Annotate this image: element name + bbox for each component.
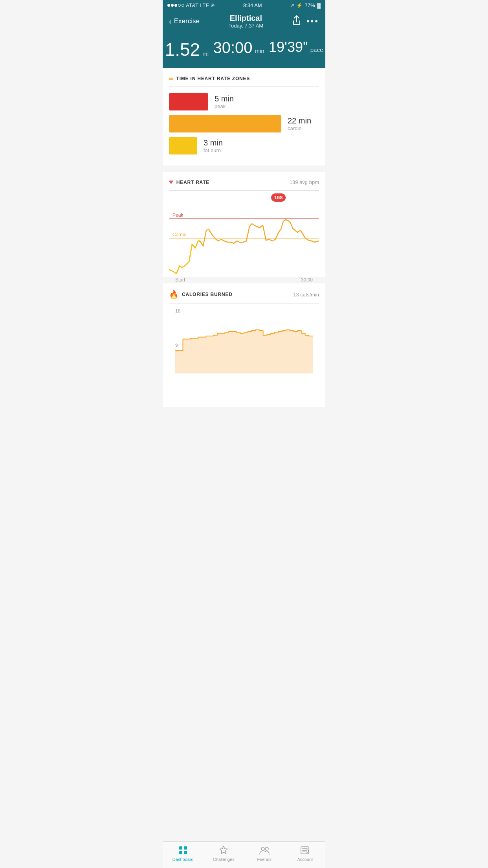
- signal-dot-1: [167, 4, 170, 7]
- cardio-line-label: Cardio: [172, 232, 187, 237]
- zone-fatburn-row: 3 min fat burn: [169, 137, 319, 154]
- signal-dots: [167, 4, 184, 7]
- status-bar: AT&T LTE ✳ 8:34 AM ↗ ⚡ 77% ▓: [163, 0, 325, 11]
- bluetooth-icon: ⚡: [296, 2, 303, 8]
- back-label: Exercise: [174, 17, 200, 25]
- cal-fill: [175, 330, 313, 373]
- hr-zones-title: TIME IN HEART RATE ZONES: [176, 76, 250, 81]
- battery-icon: ▓: [317, 2, 321, 8]
- zone-cardio-row: 22 min cardio: [169, 115, 319, 132]
- hr-zones-header: ≡ TIME IN HEART RATE ZONES: [169, 74, 319, 87]
- nav-center: Elliptical Today, 7:37 AM: [229, 14, 264, 29]
- pace-number: 19'39": [269, 39, 308, 55]
- zone-fatburn-bar: [169, 137, 197, 154]
- duration-value: 30:00 min: [213, 39, 264, 57]
- zone-cardio-bar: [169, 115, 281, 132]
- pace-unit: pace: [310, 46, 323, 53]
- duration-number: 30:00: [213, 39, 252, 57]
- location-icon: ↗: [290, 2, 294, 8]
- distance-value: 1.52 mi: [165, 39, 209, 60]
- stats-bar: 1.52 mi 30:00 min 19'39" pace: [163, 33, 325, 68]
- calories-title: CALORIES BURNED: [182, 292, 233, 297]
- back-chevron-icon: ‹: [169, 17, 172, 26]
- chart-end-label: 30:00: [301, 277, 313, 283]
- distance-unit: mi: [202, 50, 209, 57]
- pace-value: 19'39" pace: [269, 39, 323, 55]
- more-button[interactable]: •••: [306, 16, 319, 26]
- duration-unit: min: [255, 48, 264, 54]
- distance-number: 1.52: [165, 39, 200, 60]
- zone-cardio-info: 22 min cardio: [288, 116, 319, 131]
- signal-dot-2: [171, 4, 174, 7]
- flame-icon: 🔥: [169, 290, 179, 299]
- hr-chart-svg: Peak Cardio: [169, 197, 319, 276]
- zone-cardio-time: 22 min: [288, 116, 319, 125]
- signal-dot-3: [174, 4, 177, 7]
- status-left: AT&T LTE ✳: [167, 2, 215, 8]
- hr-title-group: ♥ HEART RATE: [169, 178, 209, 186]
- hr-zones-list: 5 min peak 22 min cardio: [169, 87, 319, 166]
- network-indicator: ✳: [211, 2, 215, 8]
- status-right: ↗ ⚡ 77% ▓: [290, 2, 321, 8]
- hr-chart-area: 168 Peak Cardio Start 30:00: [169, 191, 319, 277]
- hr-section: ♥ HEART RATE 139 avg bpm 168 Peak Cardio: [163, 172, 325, 277]
- hr-header: ♥ HEART RATE 139 avg bpm: [169, 178, 319, 191]
- hr-avg: 139 avg bpm: [290, 179, 319, 185]
- chart-start-label: Start: [175, 277, 185, 283]
- peak-line-label: Peak: [172, 212, 183, 218]
- cal-mid-label-svg: 9: [175, 342, 178, 348]
- battery-percent: 77%: [305, 2, 315, 8]
- network-type: LTE: [200, 2, 209, 8]
- zone-peak-time: 5 min: [215, 94, 246, 103]
- section-spacer-1: [163, 166, 325, 172]
- zone-peak-bar-container: [169, 93, 208, 110]
- hr-title: HEART RATE: [176, 180, 209, 185]
- zone-fatburn-time: 3 min: [204, 138, 235, 147]
- peak-tooltip: 168: [271, 194, 286, 201]
- calories-chart-container: 18 9: [169, 303, 319, 376]
- distance-stat: 1.52 mi: [165, 39, 209, 60]
- zone-fatburn-bar-container: [169, 137, 197, 154]
- calories-chart-svg: 9: [175, 315, 313, 374]
- peak-value: 168: [271, 193, 286, 202]
- calories-section: 🔥 CALORIES BURNED 13 cals/min 18 9: [163, 283, 325, 376]
- pace-stat: 19'39" pace: [269, 39, 323, 60]
- zone-peak-info: 5 min peak: [215, 94, 246, 109]
- zone-peak-row: 5 min peak: [169, 93, 319, 110]
- zone-cardio-bar-container: [169, 115, 281, 132]
- calories-title-group: 🔥 CALORIES BURNED: [169, 290, 233, 299]
- page-bottom-spacer: [163, 376, 325, 407]
- calories-rate: 13 cals/min: [293, 292, 319, 298]
- calories-header: 🔥 CALORIES BURNED 13 cals/min: [169, 290, 319, 303]
- heart-icon: ♥: [169, 178, 173, 186]
- signal-dot-5: [182, 4, 184, 7]
- duration-stat: 30:00 min: [213, 39, 264, 60]
- signal-dot-4: [178, 4, 181, 7]
- zone-peak-bar: [169, 93, 208, 110]
- hr-zones-title-group: ≡ TIME IN HEART RATE ZONES: [169, 74, 250, 83]
- zone-fatburn-label: fat burn: [204, 147, 235, 153]
- zone-peak-label: peak: [215, 103, 246, 109]
- carrier-label: AT&T: [186, 2, 198, 8]
- status-time: 8:34 AM: [243, 2, 262, 8]
- zone-cardio-label: cardio: [288, 125, 319, 131]
- chart-time-labels: Start 30:00: [169, 277, 319, 283]
- back-button[interactable]: ‹ Exercise: [169, 17, 200, 26]
- nav-actions: •••: [292, 15, 319, 28]
- main-content: ≡ TIME IN HEART RATE ZONES 5 min peak: [163, 68, 325, 407]
- hr-zones-section: ≡ TIME IN HEART RATE ZONES 5 min peak: [163, 68, 325, 166]
- hr-zones-icon: ≡: [169, 74, 173, 83]
- share-button[interactable]: [292, 15, 301, 28]
- zone-fatburn-info: 3 min fat burn: [204, 138, 235, 153]
- workout-subtitle: Today, 7:37 AM: [229, 23, 264, 29]
- nav-bar: ‹ Exercise Elliptical Today, 7:37 AM •••: [163, 11, 325, 33]
- hr-line-yellow: [169, 240, 198, 274]
- workout-title: Elliptical: [229, 14, 264, 23]
- calories-max-label: 18: [175, 308, 313, 314]
